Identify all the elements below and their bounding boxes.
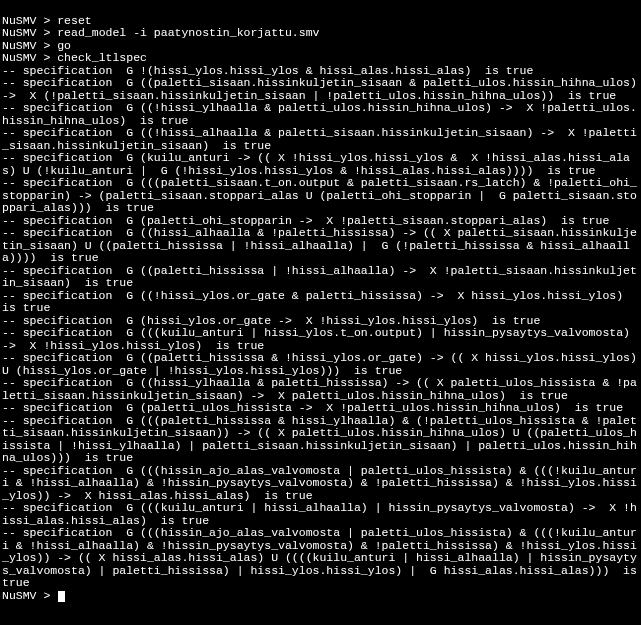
spec-line: -- specification G (((kuilu_anturi | his… xyxy=(2,326,637,352)
spec-line: -- specification G (hissi_ylos.or_gate -… xyxy=(2,314,540,327)
spec-line: -- specification G ((hissi_ylhaalla & pa… xyxy=(2,376,637,402)
spec-line: -- specification G ((!hissi_alhaalla & p… xyxy=(2,126,637,152)
spec-line: -- specification G (((kuilu_anturi | his… xyxy=(2,501,637,527)
spec-line: -- specification G ((!hissi_ylos.or_gate… xyxy=(2,289,637,315)
spec-line: -- specification G (paletti_ohi_stoppari… xyxy=(2,214,609,227)
spec-line: -- specification G (((paletti_hississa &… xyxy=(2,414,637,465)
prompt[interactable]: NuSMV > xyxy=(2,589,57,602)
prompt: NuSMV > xyxy=(2,14,57,27)
spec-line: -- specification G (kuilu_anturi -> (( X… xyxy=(2,151,630,177)
spec-line: -- specification G ((hissi_alhaalla & !p… xyxy=(2,226,637,264)
spec-line: -- specification G (((hissin_ajo_alas_va… xyxy=(2,526,641,589)
spec-line: -- specification G ((paletti_sisaan.hiss… xyxy=(2,76,641,102)
prompt: NuSMV > xyxy=(2,39,57,52)
spec-line: -- specification G (((paletti_sisaan.t_o… xyxy=(2,176,637,214)
terminal-output: NuSMV > reset NuSMV > read_model -i paat… xyxy=(0,0,641,604)
spec-line: -- specification G (((hissin_ajo_alas_va… xyxy=(2,464,637,502)
prompt: NuSMV > xyxy=(2,51,57,64)
spec-line: -- specification G (paletti_ulos_hissist… xyxy=(2,401,623,414)
cmd-reset: reset xyxy=(57,14,92,27)
spec-line: -- specification G ((paletti_hississa | … xyxy=(2,264,637,290)
cursor[interactable] xyxy=(58,591,65,602)
cmd-read-model: read_model -i paatynostin_korjattu.smv xyxy=(57,26,319,39)
cmd-check-ltlspec: check_ltlspec xyxy=(57,51,147,64)
spec-line: -- specification G ((paletti_hississa & … xyxy=(2,351,641,377)
prompt: NuSMV > xyxy=(2,26,57,39)
cmd-go: go xyxy=(57,39,71,52)
spec-line: -- specification G !(hissi_ylos.hissi_yl… xyxy=(2,64,533,77)
spec-line: -- specification G ((!hissi_ylhaalla & p… xyxy=(2,101,637,127)
